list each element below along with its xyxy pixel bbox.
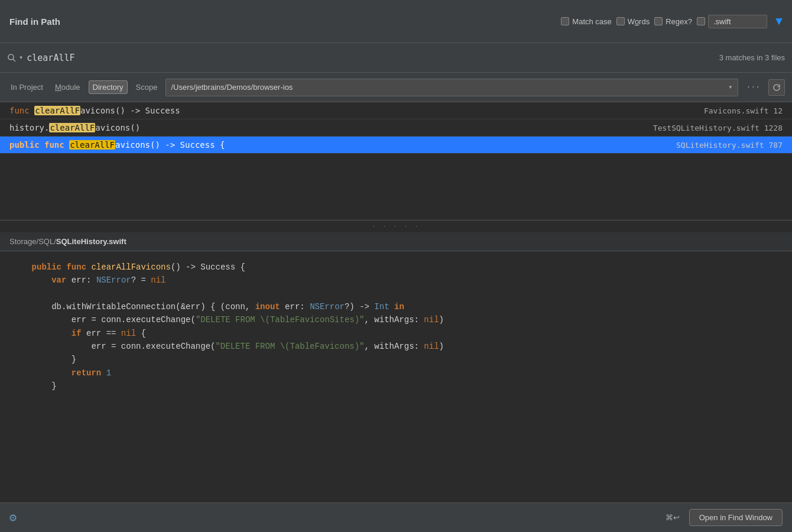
code-line: db.withWritableConnection(&err) { (conn,… (0, 300, 792, 313)
scope-btn-scope[interactable]: Scope (132, 81, 161, 93)
regex-option: Regex? (654, 17, 692, 26)
scope-btn-in-project[interactable]: In Project (7, 81, 47, 93)
directory-dropdown-arrow[interactable]: ▾ (728, 83, 732, 92)
code-line: return 1 (0, 366, 792, 379)
breadcrumb-path: Storage/SQL/ (9, 237, 56, 246)
bottom-shortcut: ⌘↩ (666, 513, 680, 522)
code-line: } (0, 353, 792, 366)
header-options: Match case Words Regex? ▼ (561, 15, 783, 28)
breadcrumb-filename: SQLiteHistory.swift (56, 237, 126, 246)
code-line: err = conn.executeChange("DELETE FROM \(… (0, 313, 792, 326)
words-option: Words (616, 17, 650, 26)
results-empty-space (0, 154, 792, 201)
search-bar: ▾ 3 matches in 3 files (0, 43, 792, 73)
match-case-checkbox[interactable] (561, 17, 569, 25)
open-find-window-button[interactable]: Open in Find Window (689, 509, 783, 526)
search-icon (7, 53, 17, 63)
match-case-option: Match case (561, 17, 611, 26)
file-filter-input[interactable] (708, 15, 767, 28)
dialog-title: Find in Path (9, 17, 60, 27)
svg-line-1 (13, 59, 15, 61)
code-line: } (0, 379, 792, 392)
result-row-selected[interactable]: public func clearAllFavicons() -> Succes… (0, 137, 792, 154)
regex-label: Regex? (666, 17, 692, 26)
code-line: var err: NSError? = nil (0, 274, 792, 287)
words-checkbox[interactable] (616, 17, 625, 25)
result-row[interactable]: func clearAllFavicons() -> Success Favic… (0, 102, 792, 119)
directory-input[interactable] (171, 83, 726, 92)
divider-dots: · · · · · (0, 220, 792, 232)
search-dropdown-arrow[interactable]: ▾ (19, 53, 23, 62)
regex-checkbox[interactable] (654, 17, 663, 25)
search-input[interactable] (27, 53, 719, 63)
scope-btn-module[interactable]: Module (51, 81, 84, 93)
settings-gear-icon[interactable]: ⚙ (9, 510, 17, 525)
scope-btn-directory[interactable]: Directory (89, 80, 128, 94)
result-code: public func clearAllFavicons() -> Succes… (9, 140, 667, 150)
result-code: history.clearAllFavicons() (9, 123, 644, 132)
match-case-label: Match case (572, 17, 611, 26)
file-filter-checkbox[interactable] (697, 17, 705, 25)
bottom-bar: ⚙ ⌘↩ Open in Find Window (0, 502, 792, 532)
code-line-empty (0, 287, 792, 300)
result-file: Favicons.swift 12 (704, 106, 783, 115)
file-filter-option (697, 15, 767, 28)
directory-input-wrapper: ▾ (165, 79, 738, 96)
code-viewer[interactable]: public func clearAllFavicons() -> Succes… (0, 251, 792, 461)
code-line: err = conn.executeChange("DELETE FROM \(… (0, 340, 792, 353)
result-code: func clearAllFavicons() -> Success (9, 106, 694, 115)
directory-more-button[interactable]: ··· (746, 83, 760, 92)
svg-point-0 (8, 54, 14, 60)
match-count: 3 matches in 3 files (719, 53, 785, 62)
file-breadcrumb: Storage/SQL/SQLiteHistory.swift (0, 232, 792, 251)
code-line: public func clearAllFavicons() -> Succes… (0, 261, 792, 274)
scope-bar: In Project Module Directory Scope ▾ ··· (0, 73, 792, 102)
filter-funnel-icon[interactable]: ▼ (775, 15, 783, 28)
words-label: Words (628, 17, 650, 26)
header-bar: Find in Path Match case Words Regex? ▼ (0, 0, 792, 43)
results-area[interactable]: func clearAllFavicons() -> Success Favic… (0, 102, 792, 220)
directory-refresh-button[interactable] (768, 79, 785, 96)
search-icon-wrapper: ▾ (7, 53, 23, 63)
code-line: if err == nil { (0, 327, 792, 340)
result-file: SQLiteHistory.swift 787 (676, 141, 783, 150)
result-file: TestSQLiteHistory.swift 1228 (653, 124, 783, 132)
result-row[interactable]: history.clearAllFavicons() TestSQLiteHis… (0, 119, 792, 137)
